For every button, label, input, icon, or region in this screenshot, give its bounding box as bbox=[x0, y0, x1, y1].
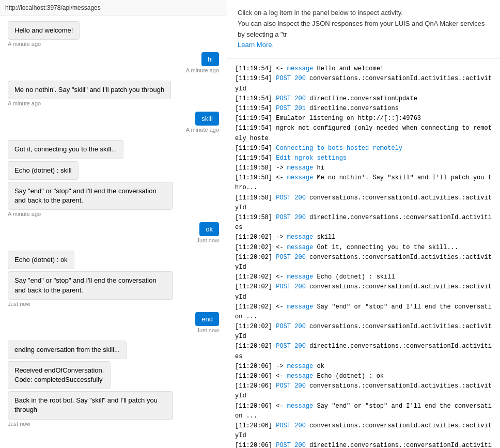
post-link[interactable]: POST 200 bbox=[276, 323, 306, 330]
bot-bubble: Me no nothin'. Say "skill" and I'll patc… bbox=[8, 81, 171, 99]
log-line[interactable]: [11:19:54] Emulator listening on http://… bbox=[235, 114, 492, 123]
log-line[interactable]: [11:20:06] <- message Say "end" or "stop… bbox=[235, 401, 492, 421]
timestamp: A minute ago bbox=[8, 211, 219, 217]
nav-link[interactable]: Connecting to bots hosted remotely bbox=[276, 145, 402, 152]
post-link[interactable]: POST 200 bbox=[276, 214, 306, 221]
log-line[interactable]: [11:19:54] POST 200 directline.conversat… bbox=[235, 94, 492, 104]
log-line[interactable]: [11:19:58] <- message Me no nothin'. Say… bbox=[235, 173, 492, 193]
bot-bubble: Got it, connecting you to the skill... bbox=[8, 140, 123, 159]
log-panel[interactable]: [11:19:54] <- message Hello and welcome!… bbox=[227, 59, 500, 448]
right-panel: Click on a log item in the panel below t… bbox=[227, 0, 500, 448]
user-timestamp: A minute ago bbox=[186, 67, 219, 73]
log-line[interactable]: [11:19:54] Edit ngrok settings bbox=[235, 153, 492, 163]
post-link[interactable]: POST 200 bbox=[276, 382, 306, 390]
message-link[interactable]: message bbox=[287, 373, 313, 380]
post-link[interactable]: POST 200 bbox=[276, 422, 306, 429]
bot-bubble: Hello and welcome! bbox=[8, 21, 80, 40]
bot-message-wrap: Hello and welcome!A minute ago bbox=[8, 21, 219, 47]
post-link[interactable]: POST 200 bbox=[276, 95, 306, 102]
post-link[interactable]: POST 200 bbox=[276, 343, 306, 350]
bot-message-wrap: ending conversation from the skill... bbox=[8, 341, 219, 359]
timestamp: Just now bbox=[8, 301, 219, 307]
log-line[interactable]: [11:20:02] -> message skill bbox=[235, 233, 492, 242]
log-line[interactable]: [11:19:58] -> message hi bbox=[235, 163, 492, 173]
bot-bubble: Echo (dotnet) : ok bbox=[8, 251, 74, 269]
post-link[interactable]: POST 200 bbox=[276, 75, 306, 82]
message-link[interactable]: message bbox=[287, 164, 313, 172]
log-line[interactable]: [11:20:06] <- message Echo (dotnet) : ok bbox=[235, 372, 492, 381]
info-line2: You can also inspect the JSON responses … bbox=[238, 19, 490, 40]
post-link[interactable]: POST 201 bbox=[276, 105, 306, 112]
log-line[interactable]: [11:20:06] POST 200 conversations.:conve… bbox=[235, 381, 492, 401]
log-line[interactable]: [11:20:02] <- message Echo (dotnet) : sk… bbox=[235, 272, 492, 282]
user-bubble: ok bbox=[199, 222, 219, 236]
log-line[interactable]: [11:19:58] POST 200 directline.conversat… bbox=[235, 213, 492, 233]
log-line[interactable]: [11:20:06] POST 200 directline.conversat… bbox=[235, 441, 492, 448]
timestamp: A minute ago bbox=[8, 100, 219, 106]
message-link[interactable]: message bbox=[287, 273, 313, 281]
bot-bubble: Echo (dotnet) : skill bbox=[8, 161, 79, 180]
user-bubble: hi bbox=[201, 52, 219, 66]
bot-message-wrap: Say "end" or "stop" and I'll end the con… bbox=[8, 271, 219, 306]
user-bubble: end bbox=[195, 312, 219, 326]
log-line[interactable]: [11:19:54] POST 201 directline.conversat… bbox=[235, 104, 492, 114]
user-message-wrap: okJust now bbox=[8, 222, 219, 249]
post-link[interactable]: POST 200 bbox=[276, 442, 306, 448]
bot-message-wrap: Back in the root bot. Say "skill" and I'… bbox=[8, 391, 219, 426]
user-timestamp: Just now bbox=[197, 237, 219, 243]
url-text: http://localhost:3978/api/messages bbox=[5, 4, 101, 11]
message-link[interactable]: message bbox=[287, 403, 313, 410]
learn-more-link[interactable]: Learn More. bbox=[238, 41, 274, 49]
log-line[interactable]: [11:19:54] ngrok not configured (only ne… bbox=[235, 123, 492, 143]
bot-message-wrap: Received endOfConversation. Code: comple… bbox=[8, 361, 219, 389]
bot-message-wrap: Echo (dotnet) : skill bbox=[8, 161, 219, 180]
log-line[interactable]: [11:20:02] <- message Say "end" or "stop… bbox=[235, 302, 492, 322]
bot-bubble: ending conversation from the skill... bbox=[8, 341, 127, 359]
log-line[interactable]: [11:19:54] Connecting to bots hosted rem… bbox=[235, 144, 492, 153]
log-line[interactable]: [11:19:54] POST 200 conversations.:conve… bbox=[235, 74, 492, 94]
message-link[interactable]: message bbox=[287, 234, 313, 241]
message-link[interactable]: message bbox=[287, 65, 313, 72]
chat-panel: http://localhost:3978/api/messages Hello… bbox=[0, 0, 227, 448]
timestamp: Just now bbox=[8, 421, 219, 427]
user-bubble: skill bbox=[195, 112, 219, 126]
message-link[interactable]: message bbox=[287, 363, 313, 370]
log-line[interactable]: [11:20:06] -> message ok bbox=[235, 362, 492, 372]
info-line1: Click on a log item in the panel below t… bbox=[238, 8, 490, 19]
log-line[interactable]: [11:20:02] POST 200 conversations.:conve… bbox=[235, 282, 492, 302]
bot-bubble: Say "end" or "stop" and I'll end the con… bbox=[8, 271, 173, 299]
bot-message-wrap: Say "end" or "stop" and I'll end the con… bbox=[8, 182, 219, 217]
log-line[interactable]: [11:20:06] POST 200 conversations.:conve… bbox=[235, 421, 492, 441]
bot-message-wrap: Me no nothin'. Say "skill" and I'll patc… bbox=[8, 81, 219, 106]
post-link[interactable]: POST 200 bbox=[276, 254, 306, 261]
bot-bubble: Received endOfConversation. Code: comple… bbox=[8, 361, 111, 389]
timestamp: A minute ago bbox=[8, 41, 219, 47]
info-line2-text: You can also inspect the JSON responses … bbox=[238, 20, 485, 38]
message-link[interactable]: message bbox=[287, 174, 313, 181]
user-message-wrap: endJust now bbox=[8, 312, 219, 338]
bot-bubble: Back in the root bot. Say "skill" and I'… bbox=[8, 391, 173, 419]
user-message-wrap: skillA minute ago bbox=[8, 112, 219, 138]
url-bar: http://localhost:3978/api/messages bbox=[0, 0, 227, 16]
user-timestamp: A minute ago bbox=[186, 127, 219, 133]
info-bar: Click on a log item in the panel below t… bbox=[227, 0, 500, 59]
post-link[interactable]: POST 200 bbox=[276, 283, 306, 290]
log-line[interactable]: [11:20:02] <- message Got it, connecting… bbox=[235, 243, 492, 253]
user-message-wrap: hiA minute ago bbox=[8, 52, 219, 79]
bot-message-wrap: Got it, connecting you to the skill... bbox=[8, 140, 219, 159]
log-line[interactable]: [11:19:54] <- message Hello and welcome! bbox=[235, 64, 492, 74]
nav-link[interactable]: Edit ngrok settings bbox=[276, 155, 347, 162]
message-link[interactable]: message bbox=[287, 303, 313, 311]
chat-area[interactable]: Hello and welcome!A minute agohiA minute… bbox=[0, 16, 227, 448]
log-line[interactable]: [11:19:58] POST 200 conversations.:conve… bbox=[235, 193, 492, 213]
message-link[interactable]: message bbox=[287, 244, 313, 251]
log-line[interactable]: [11:20:02] POST 200 conversations.:conve… bbox=[235, 253, 492, 272]
user-timestamp: Just now bbox=[197, 327, 219, 333]
post-link[interactable]: POST 200 bbox=[276, 194, 306, 202]
log-line[interactable]: [11:20:02] POST 200 directline.conversat… bbox=[235, 342, 492, 361]
bot-bubble: Say "end" or "stop" and I'll end the con… bbox=[8, 182, 173, 210]
log-line[interactable]: [11:20:02] POST 200 conversations.:conve… bbox=[235, 322, 492, 342]
bot-message-wrap: Echo (dotnet) : ok bbox=[8, 251, 219, 269]
